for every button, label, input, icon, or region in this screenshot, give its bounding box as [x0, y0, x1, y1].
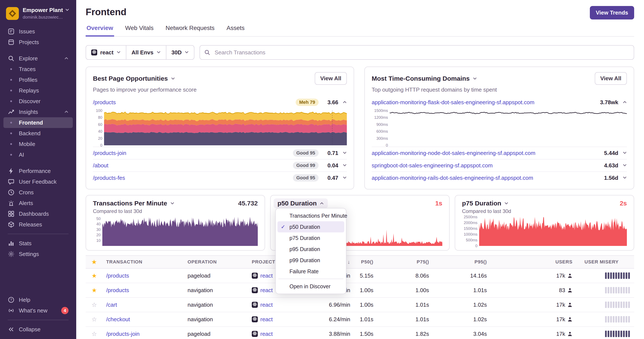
date-range-filter[interactable]: 30D	[166, 45, 194, 59]
column-header-users[interactable]: USERS	[490, 256, 576, 268]
tpm-cell: 6.24/min	[300, 312, 351, 327]
menu-item-tpm[interactable]: Transactions Per Minute	[278, 210, 344, 221]
sidebar-item-insights[interactable]: Insights	[4, 107, 73, 117]
project-link[interactable]: react	[260, 316, 273, 323]
expand-row-icon[interactable]	[622, 175, 627, 181]
menu-item-failure-rate[interactable]: Failure Rate	[278, 266, 344, 277]
sidebar-collapse-button[interactable]: Collapse	[4, 324, 73, 335]
tpm-widget-selector[interactable]: Transactions Per Minute	[93, 200, 174, 207]
domain-link[interactable]: application-monitoring-rails-dot-sales-e…	[372, 175, 598, 181]
favorite-star-icon[interactable]: ★	[92, 287, 97, 294]
org-user: dominik.buszowiec…	[23, 15, 63, 19]
sidebar-item-releases[interactable]: Releases	[4, 219, 73, 230]
tab-web-vitals[interactable]: Web Vitals	[124, 25, 154, 36]
project-link[interactable]: react	[260, 331, 273, 337]
sidebar-item-performance[interactable]: Performance	[4, 166, 73, 176]
sidebar-item-stats[interactable]: Stats	[4, 238, 73, 249]
sidebar-item-traces[interactable]: Traces	[4, 64, 73, 74]
sidebar-item-projects[interactable]: Projects	[4, 37, 73, 47]
broadcast-icon	[8, 307, 14, 314]
sidebar-item-explore[interactable]: Explore	[4, 53, 73, 64]
column-header-p50[interactable]: P50()	[351, 256, 377, 268]
sidebar-item-ai[interactable]: AI	[4, 149, 73, 160]
domain-link[interactable]: springboot-dot-sales-engineering-sf.apps…	[372, 162, 598, 169]
column-header-transaction[interactable]: TRANSACTION	[103, 256, 184, 268]
domain-row: application-monitoring-rails-dot-sales-e…	[372, 171, 627, 184]
collapse-row-icon[interactable]	[342, 99, 347, 106]
opportunity-score: 0.71	[323, 150, 338, 156]
menu-item-p95[interactable]: p95 Duration	[278, 244, 344, 255]
favorite-star-icon[interactable]: ★	[92, 273, 97, 279]
sidebar-item-help[interactable]: ?Help	[4, 295, 73, 305]
domain-link[interactable]: application-monitoring-node-dot-sales-en…	[372, 150, 598, 156]
menu-item-p99[interactable]: p99 Duration	[278, 255, 344, 266]
column-header-user-misery[interactable]: USER MISERY	[576, 256, 634, 268]
menu-item-p75[interactable]: p75 Duration	[278, 232, 344, 244]
view-all-button[interactable]: View All	[595, 72, 627, 85]
environment-filter[interactable]: All Envs	[126, 45, 166, 59]
score-badge: Good 95	[293, 149, 318, 157]
tab-network-requests[interactable]: Network Requests	[165, 25, 216, 36]
project-link[interactable]: react	[260, 302, 273, 308]
tab-assets[interactable]: Assets	[226, 25, 245, 36]
menu-item-open-in-discover[interactable]: Open in Discover	[278, 281, 344, 292]
page-link[interactable]: /products	[93, 99, 292, 106]
project-filter[interactable]: react	[86, 45, 126, 59]
favorite-star-icon[interactable]: ☆	[92, 331, 97, 337]
domain-link[interactable]: application-monitoring-flask-dot-sales-e…	[372, 99, 596, 106]
transaction-link[interactable]: /products-join	[106, 331, 140, 337]
sidebar-item-mobile[interactable]: Mobile	[4, 139, 73, 149]
panel-subtitle: Top outgoing HTTP request domains by tim…	[372, 86, 627, 93]
view-all-button[interactable]: View All	[315, 72, 347, 85]
sidebar-item-label: Help	[19, 297, 30, 303]
sidebar-item-backend[interactable]: Backend	[4, 128, 73, 139]
tab-overview[interactable]: Overview	[86, 25, 114, 36]
expand-row-icon[interactable]	[342, 150, 347, 156]
p50-widget-selector[interactable]: p50 Duration	[274, 198, 328, 208]
transaction-link[interactable]: /checkout	[106, 316, 130, 323]
view-trends-button[interactable]: View Trends	[590, 6, 634, 19]
transaction-link[interactable]: /products	[106, 287, 129, 294]
sidebar-item-alerts[interactable]: Alerts	[4, 198, 73, 208]
sidebar-item-crons[interactable]: Crons	[4, 187, 73, 198]
column-header-p95[interactable]: P95()	[432, 256, 490, 268]
favorite-star-icon[interactable]: ☆	[92, 302, 97, 308]
sidebar-item-label: User Feedback	[19, 178, 56, 185]
chevron-down-icon	[184, 49, 189, 56]
sidebar-item-whats-new[interactable]: What's new4	[4, 305, 73, 316]
collapse-row-icon[interactable]	[622, 99, 627, 106]
org-switcher[interactable]: Empower Plant dominik.buszowiec…	[0, 4, 76, 25]
sidebar-item-dashboards[interactable]: Dashboards	[4, 208, 73, 219]
sidebar-item-issues[interactable]: Issues	[4, 26, 73, 37]
sidebar-item-user-feedback[interactable]: User Feedback	[4, 176, 73, 187]
project-link[interactable]: react	[260, 287, 273, 294]
menu-item-p50[interactable]: ✓p50 Duration	[278, 221, 344, 232]
bullet-icon	[8, 98, 14, 105]
chevron-down-icon	[170, 200, 174, 207]
sidebar-item-replays[interactable]: Replays	[4, 85, 73, 96]
page-link[interactable]: /products-fes	[93, 175, 288, 181]
expand-row-icon[interactable]	[342, 175, 347, 181]
favorites-column-header[interactable]: ★	[86, 256, 103, 268]
chevron-down-icon[interactable]	[473, 75, 477, 82]
sidebar-item-frontend[interactable]: Frontend	[4, 117, 73, 128]
column-header-p75[interactable]: P75()	[377, 256, 432, 268]
p50-value: 1s	[435, 200, 442, 207]
page-link[interactable]: /products-join	[93, 150, 288, 156]
transaction-link[interactable]: /products	[106, 273, 129, 279]
page-link[interactable]: /about	[93, 162, 288, 169]
clock-icon	[8, 189, 14, 196]
sidebar-item-profiles[interactable]: Profiles	[4, 74, 73, 85]
favorite-star-icon[interactable]: ☆	[92, 316, 97, 323]
expand-row-icon[interactable]	[622, 150, 627, 156]
expand-row-icon[interactable]	[622, 162, 627, 169]
chevron-down-icon[interactable]	[171, 75, 175, 82]
expand-row-icon[interactable]	[342, 162, 347, 169]
p75-widget-selector[interactable]: p75 Duration	[462, 200, 508, 207]
sidebar-item-discover[interactable]: Discover	[4, 96, 73, 107]
sidebar-item-settings[interactable]: Settings	[4, 249, 73, 259]
column-header-operation[interactable]: OPERATION	[184, 256, 248, 268]
search-input[interactable]	[200, 45, 634, 60]
project-link[interactable]: react	[260, 273, 273, 279]
transaction-link[interactable]: /cart	[106, 302, 117, 308]
